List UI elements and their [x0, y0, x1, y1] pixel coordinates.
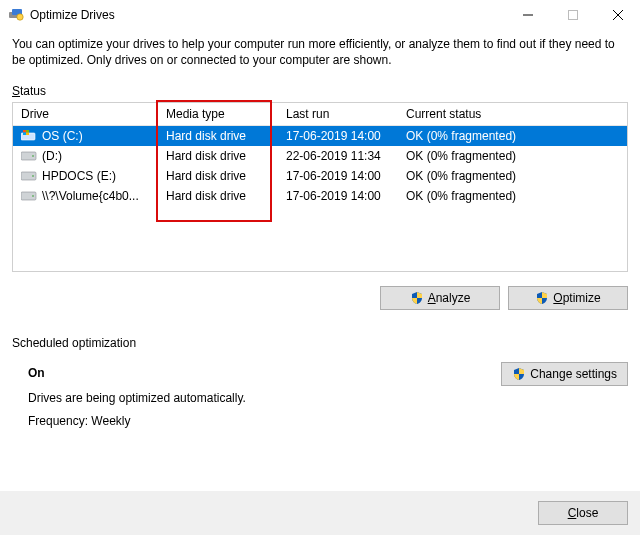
drive-icon — [21, 130, 37, 142]
drive-name: HPDOCS (E:) — [42, 169, 116, 183]
drive-name: (D:) — [42, 149, 62, 163]
drive-last-cell: 17-06-2019 14:00 — [278, 189, 398, 203]
footer: Close — [0, 491, 640, 535]
drive-media-cell: Hard disk drive — [158, 149, 278, 163]
svg-rect-12 — [23, 133, 26, 136]
drive-last-cell: 17-06-2019 14:00 — [278, 169, 398, 183]
drive-media-cell: Hard disk drive — [158, 189, 278, 203]
shield-icon — [410, 291, 424, 305]
column-status[interactable]: Current status — [398, 107, 627, 121]
column-last[interactable]: Last run — [278, 107, 398, 121]
svg-point-17 — [32, 175, 34, 177]
drive-status-cell: OK (0% fragmented) — [398, 189, 627, 203]
drive-media-cell: Hard disk drive — [158, 169, 278, 183]
close-dialog-button[interactable]: Close — [538, 501, 628, 525]
analyze-button[interactable]: Analyze — [380, 286, 500, 310]
description-text: You can optimize your drives to help you… — [12, 36, 628, 68]
minimize-button[interactable] — [505, 0, 550, 30]
change-settings-button[interactable]: Change settings — [501, 362, 628, 386]
action-button-row: Analyze Optimize — [12, 286, 628, 310]
window-controls — [505, 0, 640, 30]
drive-row[interactable]: HPDOCS (E:)Hard disk drive17-06-2019 14:… — [13, 166, 627, 186]
drive-media-cell: Hard disk drive — [158, 129, 278, 143]
close-button[interactable] — [595, 0, 640, 30]
maximize-button — [550, 0, 595, 30]
svg-point-2 — [17, 14, 23, 20]
drives-rows: OS (C:)Hard disk drive17-06-2019 14:00OK… — [13, 126, 627, 271]
drive-name-cell: \\?\Volume{c4b0... — [13, 189, 158, 203]
body: You can optimize your drives to help you… — [0, 30, 640, 491]
scheduled-desc: Drives are being optimized automatically… — [28, 387, 489, 410]
app-icon — [8, 7, 24, 23]
column-headers[interactable]: Drive Media type Last run Current status — [13, 103, 627, 126]
svg-rect-4 — [568, 11, 577, 20]
svg-rect-13 — [26, 133, 29, 136]
drive-name: \\?\Volume{c4b0... — [42, 189, 139, 203]
drive-last-cell: 17-06-2019 14:00 — [278, 129, 398, 143]
drive-icon — [21, 150, 37, 162]
drive-icon — [21, 170, 37, 182]
shield-icon — [512, 367, 526, 381]
svg-point-19 — [32, 195, 34, 197]
drive-last-cell: 22-06-2019 11:34 — [278, 149, 398, 163]
column-media[interactable]: Media type — [158, 107, 278, 121]
status-label: Status — [12, 84, 628, 98]
svg-rect-11 — [26, 130, 29, 133]
svg-rect-10 — [23, 130, 26, 133]
window-title: Optimize Drives — [30, 8, 505, 22]
scheduled-section: Scheduled optimization On Drives are bei… — [12, 336, 628, 432]
scheduled-body: On Drives are being optimized automatica… — [12, 362, 628, 432]
scheduled-text: On Drives are being optimized automatica… — [12, 362, 489, 432]
drive-row[interactable]: OS (C:)Hard disk drive17-06-2019 14:00OK… — [13, 126, 627, 146]
drive-row[interactable]: (D:)Hard disk drive22-06-2019 11:34OK (0… — [13, 146, 627, 166]
titlebar: Optimize Drives — [0, 0, 640, 30]
column-drive[interactable]: Drive — [13, 107, 158, 121]
drive-status-cell: OK (0% fragmented) — [398, 169, 627, 183]
drive-icon — [21, 190, 37, 202]
drive-row[interactable]: \\?\Volume{c4b0...Hard disk drive17-06-2… — [13, 186, 627, 206]
scheduled-freq: Frequency: Weekly — [28, 410, 489, 433]
scheduled-heading: Scheduled optimization — [12, 336, 628, 350]
drive-name: OS (C:) — [42, 129, 83, 143]
scheduled-state: On — [28, 362, 489, 385]
drive-name-cell: (D:) — [13, 149, 158, 163]
svg-point-15 — [32, 155, 34, 157]
drives-list[interactable]: Drive Media type Last run Current status… — [12, 102, 628, 272]
drive-name-cell: OS (C:) — [13, 129, 158, 143]
shield-icon — [535, 291, 549, 305]
drive-name-cell: HPDOCS (E:) — [13, 169, 158, 183]
drive-status-cell: OK (0% fragmented) — [398, 129, 627, 143]
optimize-button[interactable]: Optimize — [508, 286, 628, 310]
drive-status-cell: OK (0% fragmented) — [398, 149, 627, 163]
window: Optimize Drives You can optimize your dr… — [0, 0, 640, 535]
